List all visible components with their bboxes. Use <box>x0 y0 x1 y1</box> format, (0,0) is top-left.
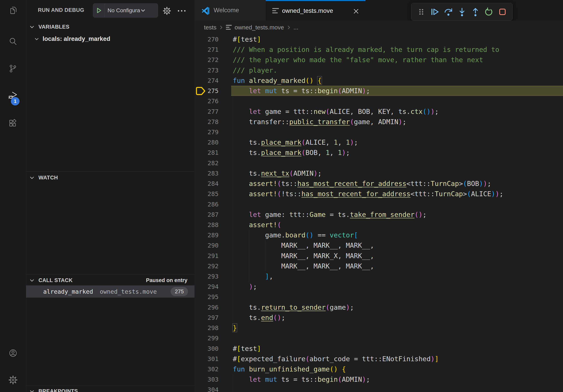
code-line[interactable]: 285 assert!(!ts::has_most_recent_for_add… <box>194 189 563 199</box>
code-line[interactable]: 279 <box>194 127 563 137</box>
line-number[interactable]: 289 <box>194 230 218 240</box>
line-number[interactable]: 301 <box>194 354 218 364</box>
code-editor[interactable]: 270#[test]271/// When a position is alre… <box>194 34 563 392</box>
line-number[interactable]: 299 <box>194 333 218 343</box>
line-number[interactable]: 283 <box>194 168 218 178</box>
start-debug-button[interactable] <box>93 4 105 17</box>
code-line[interactable]: 300#[test] <box>194 343 563 354</box>
code-line[interactable]: 295 <box>194 292 563 302</box>
accounts-icon[interactable] <box>8 348 18 358</box>
line-number[interactable]: 271 <box>194 44 218 55</box>
code-line[interactable]: 289 game.board() == vector[ <box>194 230 563 240</box>
line-number[interactable]: 270 <box>194 34 218 44</box>
code-line[interactable]: 278 transfer::public_transfer(game, ADMI… <box>194 117 563 127</box>
code-line[interactable]: 298} <box>194 323 563 333</box>
code-line[interactable]: 299 <box>194 333 563 343</box>
search-icon[interactable] <box>8 37 18 46</box>
line-number[interactable]: 282 <box>194 158 218 168</box>
line-number[interactable]: 287 <box>194 209 218 220</box>
line-number[interactable]: 288 <box>194 220 218 230</box>
debug-config-label[interactable]: No Configura <box>107 7 140 14</box>
code-line[interactable]: 273/// player. <box>194 65 563 75</box>
restart-button[interactable] <box>484 7 493 16</box>
breadcrumb-file[interactable]: owned_tests.move <box>235 24 284 31</box>
line-number[interactable]: 303 <box>194 374 218 384</box>
line-number[interactable]: 276 <box>194 96 218 106</box>
code-line[interactable]: 294 ); <box>194 281 563 292</box>
code-line[interactable]: 281 ts.place_mark(BOB, 1, 1); <box>194 147 563 158</box>
line-number[interactable]: 286 <box>194 199 218 209</box>
breakpoints-section-header[interactable]: BREAKPOINTS <box>26 386 194 392</box>
code-line[interactable]: 283 ts.next_tx(ADMIN); <box>194 168 563 178</box>
step-into-button[interactable] <box>458 7 467 16</box>
line-number[interactable]: 281 <box>194 147 218 158</box>
code-line[interactable]: 303 let mut ts = ts::begin(ADMIN); <box>194 374 563 384</box>
code-line[interactable]: 271/// When a position is already marked… <box>194 44 563 55</box>
code-line[interactable]: 291 MARK__, MARK_X, MARK__, <box>194 251 563 261</box>
code-line[interactable]: 280 ts.place_mark(ALICE, 1, 1); <box>194 137 563 147</box>
code-line[interactable]: 277 let game = ttt::new(ALICE, BOB, KEY,… <box>194 106 563 117</box>
line-number[interactable]: 278 <box>194 117 218 127</box>
line-number[interactable]: 292 <box>194 261 218 271</box>
code-line[interactable]: 293 ], <box>194 271 563 281</box>
line-number[interactable]: 302 <box>194 364 218 374</box>
tab-owned-tests-move[interactable]: owned_tests.move <box>266 0 366 21</box>
debug-settings-gear-icon[interactable] <box>163 7 171 15</box>
variables-locals-scope[interactable]: locals: already_marked <box>26 33 194 45</box>
line-number[interactable]: 297 <box>194 313 218 323</box>
code-line[interactable]: 304 <box>194 384 563 392</box>
continue-button[interactable] <box>430 7 439 16</box>
line-number[interactable]: 298 <box>194 323 218 333</box>
line-number[interactable]: 280 <box>194 137 218 147</box>
tab-welcome[interactable]: Welcome <box>194 0 266 21</box>
code-line[interactable]: 282 <box>194 158 563 168</box>
line-number[interactable]: 291 <box>194 251 218 261</box>
line-number[interactable]: 279 <box>194 127 218 137</box>
code-line[interactable]: 275 let mut ts = ts::begin(ADMIN); <box>194 86 563 96</box>
line-number[interactable]: 293 <box>194 271 218 281</box>
code-line[interactable]: 284 assert!(ts::has_most_recent_for_addr… <box>194 178 563 189</box>
settings-gear-icon[interactable] <box>8 375 18 385</box>
line-number[interactable]: 273 <box>194 65 218 75</box>
line-number[interactable]: 277 <box>194 106 218 117</box>
line-number[interactable]: 275 <box>194 86 218 96</box>
code-line[interactable]: 297 ts.end(); <box>194 313 563 323</box>
breadcrumb-tests[interactable]: tests <box>204 24 217 31</box>
code-line[interactable]: 288 assert!( <box>194 220 563 230</box>
watch-section-header[interactable]: WATCH <box>26 172 194 183</box>
line-number[interactable]: 300 <box>194 343 218 354</box>
line-number[interactable]: 295 <box>194 292 218 302</box>
line-number[interactable]: 285 <box>194 189 218 199</box>
line-number[interactable]: 296 <box>194 302 218 313</box>
code-line[interactable]: 270#[test] <box>194 34 563 44</box>
code-line[interactable]: 296 ts.return_to_sender(game); <box>194 302 563 313</box>
explorer-icon[interactable] <box>8 6 18 15</box>
code-line[interactable]: 287 let game: ttt::Game = ts.take_from_s… <box>194 209 563 220</box>
toolbar-drag-handle[interactable] <box>417 7 426 16</box>
code-line[interactable]: 301#[expected_failure(abort_code = ttt::… <box>194 354 563 364</box>
breadcrumb-symbol[interactable]: ... <box>294 24 298 31</box>
step-over-button[interactable] <box>444 7 453 16</box>
code-line[interactable]: 290 MARK__, MARK__, MARK__, <box>194 240 563 250</box>
variables-section-header[interactable]: VARIABLES <box>26 21 194 32</box>
debug-config-button[interactable]: No Configura <box>93 3 158 18</box>
call-stack-section-header[interactable]: CALL STACK Paused on entry <box>26 275 194 286</box>
line-number[interactable]: 290 <box>194 240 218 250</box>
code-line[interactable]: 292 MARK__, MARK__, MARK__, <box>194 261 563 271</box>
line-number[interactable]: 304 <box>194 384 218 392</box>
code-line[interactable]: 286 <box>194 199 563 209</box>
step-out-button[interactable] <box>471 7 480 16</box>
code-line[interactable]: 276 <box>194 96 563 106</box>
code-line[interactable]: 302fun burn_unfinished_game() { <box>194 364 563 374</box>
more-actions-icon[interactable] <box>177 9 186 13</box>
stop-button[interactable] <box>498 7 507 16</box>
line-number[interactable]: 272 <box>194 55 218 65</box>
close-icon[interactable] <box>353 8 360 15</box>
call-stack-frame-row[interactable]: already_marked owned_tests.move 275 <box>26 285 194 298</box>
code-line[interactable]: 272/// the player who made the "false" m… <box>194 55 563 65</box>
source-control-icon[interactable] <box>8 64 18 73</box>
line-number[interactable]: 294 <box>194 281 218 292</box>
line-number[interactable]: 274 <box>194 75 218 86</box>
extensions-icon[interactable] <box>8 119 18 128</box>
line-number[interactable]: 284 <box>194 178 218 189</box>
